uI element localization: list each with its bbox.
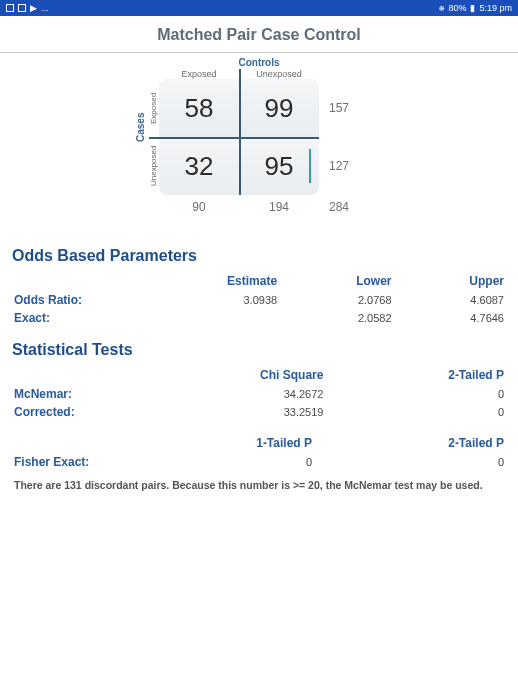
cell-c-input[interactable] [169, 151, 229, 182]
stop-icon [18, 4, 26, 12]
mcnemar-label: McNemar: [12, 385, 122, 403]
status-left: ▶ ... [6, 3, 49, 13]
grid-divider-vertical [239, 69, 241, 195]
cell-c[interactable] [159, 137, 239, 195]
cell-d[interactable] [239, 137, 319, 195]
exact-lower: 2.0582 [279, 309, 393, 327]
odds-ratio-upper: 4.6087 [394, 291, 506, 309]
battery-icon: ▮ [470, 3, 475, 13]
mcnemar-p2: 0 [325, 385, 506, 403]
exact-upper: 4.7646 [394, 309, 506, 327]
discordant-note: There are 131 discordant pairs. Because … [12, 471, 506, 499]
matched-pair-grid: Controls Cases Exposed Unexposed Exposed… [0, 53, 518, 233]
cell-a-input[interactable] [169, 93, 229, 124]
cell-b-input[interactable] [249, 93, 309, 124]
cell-b[interactable] [239, 79, 319, 137]
odds-heading: Odds Based Parameters [12, 247, 506, 265]
odds-ratio-label: Odds Ratio: [12, 291, 122, 309]
stats-h-chi: Chi Square [122, 365, 325, 385]
play-icon: ▶ [30, 3, 37, 13]
status-right: ⎈ 80% ▮ 5:19 pm [439, 3, 512, 13]
cell-d-input[interactable] [249, 151, 309, 182]
col-exposed-label: Exposed [159, 69, 239, 79]
status-dots: ... [41, 3, 49, 13]
wifi-icon: ⎈ [439, 3, 444, 13]
row-unexposed-label: Unexposed [147, 137, 159, 195]
exact-estimate [122, 309, 279, 327]
odds-h-estimate: Estimate [122, 271, 279, 291]
odds-h-lower: Lower [279, 271, 393, 291]
exact-label: Exact: [12, 309, 122, 327]
row2-total: 127 [319, 137, 359, 195]
cell-a[interactable] [159, 79, 239, 137]
stats-h-1p: 1-Tailed P [122, 433, 314, 453]
col-unexposed-label: Unexposed [239, 69, 319, 79]
stats-heading: Statistical Tests [12, 341, 506, 359]
grand-total: 284 [319, 195, 359, 219]
stats-h-2p: 2-Tailed P [325, 365, 506, 385]
fisher-p1: 0 [122, 453, 314, 471]
table-row: McNemar: 34.2672 0 [12, 385, 506, 403]
corrected-p2: 0 [325, 403, 506, 421]
text-cursor [309, 149, 311, 183]
corrected-chi: 33.2519 [122, 403, 325, 421]
mcnemar-chi: 34.2672 [122, 385, 325, 403]
fisher-label: Fisher Exact: [12, 453, 122, 471]
stats-table-2: 1-Tailed P 2-Tailed P Fisher Exact: 0 0 [12, 433, 506, 471]
clock-text: 5:19 pm [479, 3, 512, 13]
stats-table-1: Chi Square 2-Tailed P McNemar: 34.2672 0… [12, 365, 506, 421]
grid-divider-horizontal [149, 137, 319, 139]
controls-label: Controls [159, 57, 359, 68]
stats-h-2p-b: 2-Tailed P [314, 433, 506, 453]
fisher-p2: 0 [314, 453, 506, 471]
table-row: Corrected: 33.2519 0 [12, 403, 506, 421]
col1-total: 90 [159, 195, 239, 219]
corrected-label: Corrected: [12, 403, 122, 421]
cases-label: Cases [135, 59, 146, 195]
table-row: Odds Ratio: 3.0938 2.0768 4.6087 [12, 291, 506, 309]
status-bar: ▶ ... ⎈ 80% ▮ 5:19 pm [0, 0, 518, 16]
battery-text: 80% [448, 3, 466, 13]
odds-ratio-lower: 2.0768 [279, 291, 393, 309]
image-icon [6, 4, 14, 12]
odds-table: Estimate Lower Upper Odds Ratio: 3.0938 … [12, 271, 506, 327]
odds-h-upper: Upper [394, 271, 506, 291]
odds-ratio-estimate: 3.0938 [122, 291, 279, 309]
row1-total: 157 [319, 79, 359, 137]
row-exposed-label: Exposed [147, 79, 159, 137]
col2-total: 194 [239, 195, 319, 219]
table-row: Exact: 2.0582 4.7646 [12, 309, 506, 327]
table-row: Fisher Exact: 0 0 [12, 453, 506, 471]
page-title: Matched Pair Case Control [0, 16, 518, 53]
